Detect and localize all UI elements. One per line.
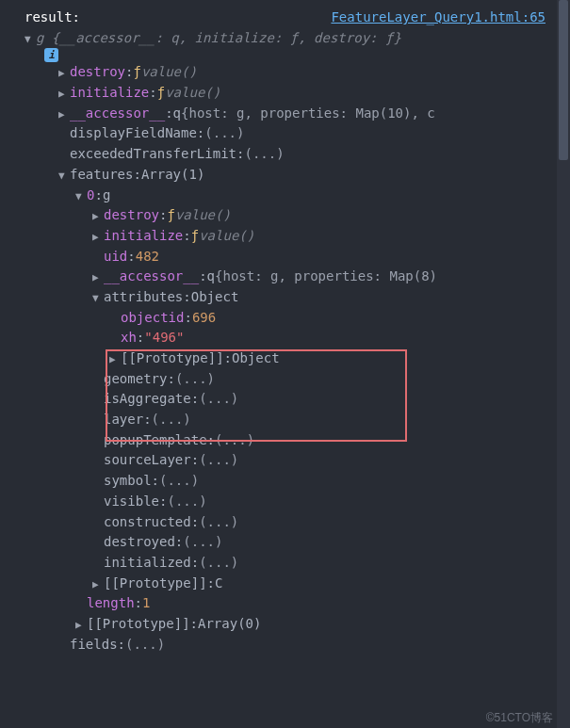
prop-f0-accessor[interactable]: __accessor__: q {host: g, properties: Ma… xyxy=(8,267,566,287)
prop-f0-attributes[interactable]: attributes: Object xyxy=(8,287,566,308)
expand-toggle-icon[interactable] xyxy=(24,31,36,47)
expand-toggle-icon[interactable] xyxy=(92,269,104,285)
watermark: ©51CTO博客 xyxy=(486,710,553,726)
expand-toggle-icon[interactable] xyxy=(58,65,70,81)
prop-initialize[interactable]: initialize: ƒ value() xyxy=(8,83,566,104)
expand-toggle-icon[interactable] xyxy=(92,290,104,306)
log-header-row: result: FeatureLayer_Query1.html:65 xyxy=(8,8,566,28)
prop-f0-destroy[interactable]: destroy: ƒ value() xyxy=(8,205,566,226)
root-summary: g {__accessor__: q, initialize: ƒ, destr… xyxy=(36,28,401,49)
prop-f0-isaggregate[interactable]: isAggregate: (...) xyxy=(8,389,566,410)
expand-toggle-icon[interactable] xyxy=(58,86,70,102)
prop-f0-uid[interactable]: uid: 482 xyxy=(8,247,566,267)
prop-f0-constructed[interactable]: constructed: (...) xyxy=(8,512,566,533)
prop-exceededtransferlimit[interactable]: exceededTransferLimit: (...) xyxy=(8,144,566,165)
expand-toggle-icon[interactable] xyxy=(58,168,70,184)
scrollbar[interactable] xyxy=(557,0,570,728)
prop-f0-proto[interactable]: [[Prototype]]: C xyxy=(8,574,566,594)
prop-features-0[interactable]: 0: g xyxy=(8,186,566,206)
prop-features[interactable]: features: Array(1) xyxy=(8,165,566,186)
expand-toggle-icon[interactable] xyxy=(75,617,87,633)
prop-f0-destroyed[interactable]: destroyed: (...) xyxy=(8,532,566,553)
result-label: result: xyxy=(24,8,80,28)
console-object-tree: result: FeatureLayer_Query1.html:65 g {_… xyxy=(0,0,570,662)
scrollbar-thumb[interactable] xyxy=(559,0,568,160)
expand-toggle-icon[interactable] xyxy=(75,188,87,204)
prop-fields[interactable]: fields: (...) xyxy=(8,635,566,655)
expand-toggle-icon[interactable] xyxy=(92,229,104,245)
prop-f0-visible[interactable]: visible: (...) xyxy=(8,492,566,512)
prop-f0-symbol[interactable]: symbol: (...) xyxy=(8,471,566,492)
prop-f0-initialize[interactable]: initialize: ƒ value() xyxy=(8,226,566,247)
prop-attr-proto[interactable]: [[Prototype]]: Object xyxy=(8,348,566,369)
info-icon[interactable]: i xyxy=(44,48,58,62)
prop-features-proto[interactable]: [[Prototype]]: Array(0) xyxy=(8,614,566,635)
prop-attr-xh[interactable]: xh: "496" xyxy=(8,328,566,348)
prop-f0-initialized[interactable]: initialized: (...) xyxy=(8,553,566,574)
prop-f0-layer[interactable]: layer: (...) xyxy=(8,410,566,430)
source-link[interactable]: FeatureLayer_Query1.html:65 xyxy=(331,8,546,28)
expand-toggle-icon[interactable] xyxy=(58,106,70,122)
expand-toggle-icon[interactable] xyxy=(92,208,104,224)
info-badge-row: i xyxy=(8,48,566,62)
prop-f0-geometry[interactable]: geometry: (...) xyxy=(8,369,566,390)
prop-attr-objectid[interactable]: objectid: 696 xyxy=(8,308,566,329)
expand-toggle-icon[interactable] xyxy=(109,351,121,367)
prop-accessor[interactable]: __accessor__: q {host: g, properties: Ma… xyxy=(8,104,566,124)
prop-destroy[interactable]: destroy: ƒ value() xyxy=(8,62,566,83)
prop-displayfieldname[interactable]: displayFieldName: (...) xyxy=(8,123,566,144)
prop-features-length[interactable]: length: 1 xyxy=(8,593,566,614)
expand-toggle-icon[interactable] xyxy=(92,576,104,592)
prop-f0-popuptemplate[interactable]: popupTemplate: (...) xyxy=(8,430,566,451)
prop-f0-sourcelayer[interactable]: sourceLayer: (...) xyxy=(8,450,566,471)
root-summary-row[interactable]: g {__accessor__: q, initialize: ƒ, destr… xyxy=(8,28,566,49)
